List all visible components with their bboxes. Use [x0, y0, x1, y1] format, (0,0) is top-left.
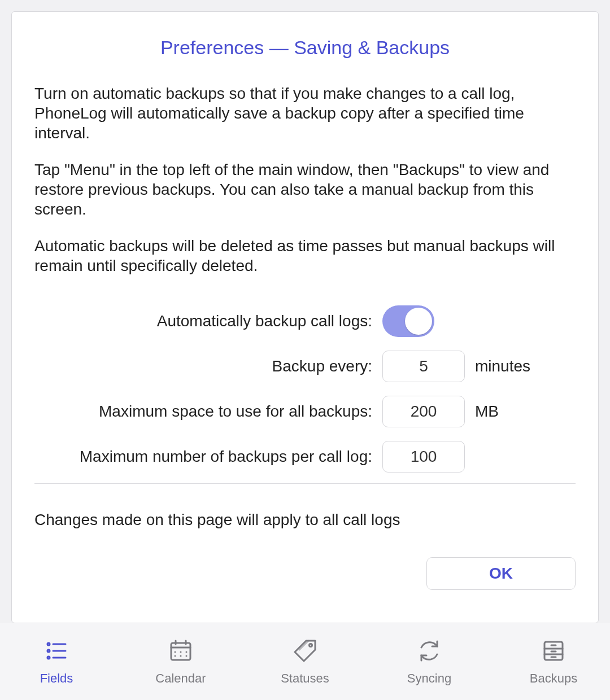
- backup-interval-row: Backup every: minutes: [34, 350, 543, 383]
- sync-icon: [416, 637, 443, 667]
- tab-calendar[interactable]: Calendar: [147, 637, 215, 686]
- svg-point-0: [47, 643, 50, 645]
- max-number-label: Maximum number of backups per call log:: [34, 448, 372, 466]
- backup-interval-unit: minutes: [475, 357, 543, 375]
- settings-form: Automatically backup call logs: Backup e…: [34, 305, 576, 473]
- tab-label: Fields: [40, 671, 73, 686]
- tab-backups[interactable]: Backups: [520, 637, 587, 686]
- bottom-tab-bar: Fields Calendar: [0, 623, 610, 700]
- preferences-page: Preferences — Saving & Backups Turn on a…: [0, 0, 610, 700]
- tab-statuses[interactable]: Statuses: [271, 637, 339, 686]
- tab-label: Calendar: [155, 671, 206, 686]
- auto-backup-label: Automatically backup call logs:: [34, 312, 372, 330]
- description-block: Turn on automatic backups so that if you…: [34, 84, 576, 275]
- max-number-row: Maximum number of backups per call log:: [34, 440, 543, 473]
- preferences-card: Preferences — Saving & Backups Turn on a…: [11, 11, 599, 623]
- max-number-input[interactable]: [382, 441, 465, 473]
- ok-button[interactable]: OK: [426, 557, 576, 590]
- list-icon: [43, 637, 70, 667]
- max-space-label: Maximum space to use for all backups:: [34, 403, 372, 421]
- ok-row: OK: [34, 557, 576, 590]
- tag-icon: [291, 637, 319, 667]
- svg-point-2: [47, 650, 50, 652]
- max-space-unit: MB: [475, 403, 543, 421]
- calendar-icon: [167, 637, 194, 667]
- max-space-row: Maximum space to use for all backups: MB: [34, 395, 543, 428]
- page-title: Preferences — Saving & Backups: [34, 37, 576, 59]
- description-paragraph: Turn on automatic backups so that if you…: [34, 84, 576, 143]
- svg-point-4: [47, 657, 50, 659]
- auto-backup-row: Automatically backup call logs:: [34, 305, 543, 338]
- backup-interval-label: Backup every:: [34, 357, 372, 375]
- divider: [34, 483, 576, 484]
- footer-note: Changes made on this page will apply to …: [34, 511, 576, 529]
- tab-syncing[interactable]: Syncing: [395, 637, 463, 686]
- auto-backup-toggle[interactable]: [382, 305, 434, 337]
- description-paragraph: Tap "Menu" in the top left of the main w…: [34, 160, 576, 219]
- description-paragraph: Automatic backups will be deleted as tim…: [34, 236, 576, 275]
- max-space-input[interactable]: [382, 396, 465, 427]
- tab-label: Statuses: [281, 671, 329, 686]
- tab-label: Syncing: [407, 671, 451, 686]
- backup-interval-input[interactable]: [382, 351, 465, 382]
- tab-label: Backups: [530, 671, 577, 686]
- toggle-knob: [405, 308, 432, 335]
- archive-icon: [540, 637, 567, 667]
- svg-point-16: [310, 644, 312, 647]
- tab-fields[interactable]: Fields: [23, 637, 90, 686]
